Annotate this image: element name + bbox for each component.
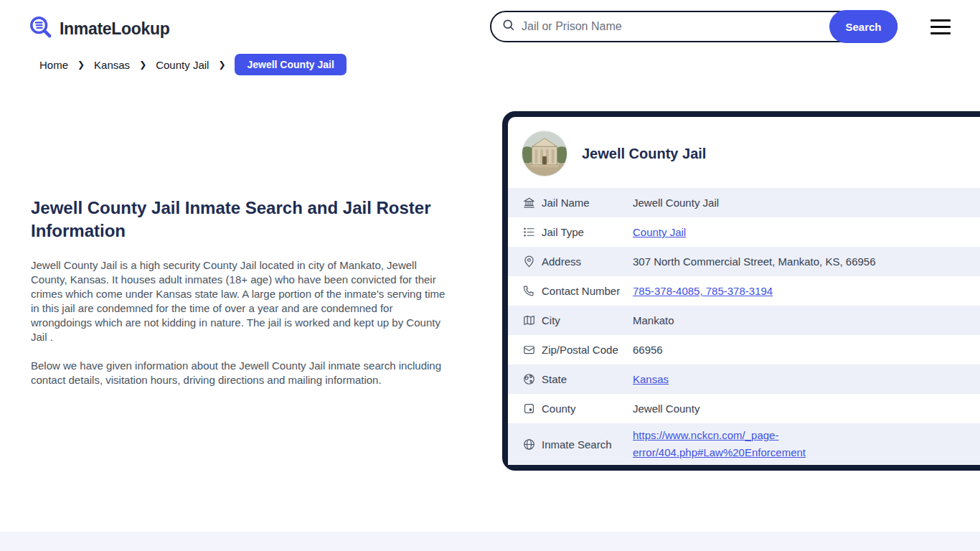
- map-icon: [522, 314, 536, 328]
- list-icon: [522, 225, 536, 240]
- brand-logo[interactable]: InmateLookup: [29, 15, 170, 42]
- article-paragraph: Jewell County Jail is a high security Co…: [31, 258, 451, 344]
- map-pin-icon: [522, 255, 536, 269]
- table-row-zip-code: Zip/Postal Code 66956: [508, 335, 980, 364]
- jail-photo-avatar: [522, 131, 567, 176]
- article-paragraph: Below we have given information about th…: [31, 359, 451, 387]
- breadcrumb-kansas[interactable]: Kansas: [94, 59, 130, 71]
- magnifier-with-lines-icon: [29, 15, 53, 42]
- bank-icon: [522, 196, 536, 210]
- row-value: Jewell County Jail: [633, 197, 719, 209]
- table-row-city: City Mankato: [508, 306, 980, 335]
- page-title: Jewell County Jail Inmate Search and Jai…: [31, 197, 440, 242]
- jail-card-title: Jewell County Jail: [582, 146, 706, 162]
- table-row-county: County Jewell County: [508, 394, 980, 423]
- row-label: Jail Name: [542, 197, 633, 209]
- table-row-address: Address 307 North Commercial Street, Man…: [508, 247, 980, 276]
- page: InmateLookup Search Home ❯ Kansas ❯ Coun…: [0, 0, 980, 551]
- mail-icon: [522, 343, 536, 357]
- hamburger-menu-icon[interactable]: [930, 19, 951, 34]
- globe-icon: [522, 437, 536, 451]
- search-icon: [501, 18, 516, 35]
- table-row-jail-name: Jail Name Jewell County Jail: [508, 188, 980, 217]
- chevron-right-icon: ❯: [139, 60, 146, 70]
- table-row-inmate-search: Inmate Search https://www.nckcn.com/_pag…: [508, 423, 980, 465]
- jail-type-link[interactable]: County Jail: [633, 226, 686, 238]
- globe-land-icon: [522, 372, 536, 387]
- row-label: County: [542, 402, 633, 415]
- breadcrumb: Home ❯ Kansas ❯ County Jail ❯ Jewell Cou…: [39, 54, 347, 75]
- chevron-right-icon: ❯: [218, 60, 225, 70]
- footer-band: [0, 532, 980, 551]
- row-value: Jewell County: [633, 402, 699, 415]
- breadcrumb-county-jail[interactable]: County Jail: [156, 59, 209, 71]
- inmate-search-link[interactable]: https://www.nckcn.com/_page-error/404.ph…: [633, 427, 848, 461]
- chevron-right-icon: ❯: [77, 60, 85, 70]
- breadcrumb-home[interactable]: Home: [39, 59, 68, 71]
- county-map-icon: [522, 402, 536, 416]
- row-value: Mankato: [633, 314, 674, 326]
- row-label: City: [542, 314, 633, 326]
- search-bar: Search: [490, 10, 897, 43]
- jail-card-header: Jewell County Jail: [508, 117, 980, 188]
- table-row-jail-type: Jail Type County Jail: [508, 217, 980, 247]
- phone-icon: [522, 284, 536, 298]
- row-label: Zip/Postal Code: [542, 344, 633, 356]
- row-label: Contact Number: [542, 285, 633, 297]
- search-input[interactable]: [522, 20, 823, 33]
- table-row-contact-number: Contact Number 785-378-4085, 785-378-319…: [508, 276, 980, 306]
- search-button[interactable]: Search: [829, 10, 897, 43]
- article: Jewell County Jail Inmate Search and Jai…: [31, 197, 451, 387]
- row-label: State: [542, 373, 633, 385]
- row-label: Inmate Search: [542, 438, 633, 451]
- jail-info-card: Jewell County Jail Jail Name Jewell Coun…: [502, 111, 980, 471]
- state-link[interactable]: Kansas: [633, 373, 669, 385]
- brand-name: InmateLookup: [60, 19, 170, 39]
- row-value: 66956: [633, 344, 663, 356]
- row-label: Address: [542, 255, 633, 268]
- row-value: 307 North Commercial Street, Mankato, KS…: [633, 255, 876, 268]
- breadcrumb-current-badge: Jewell County Jail: [235, 54, 346, 75]
- contact-number-link[interactable]: 785-378-4085, 785-378-3194: [633, 285, 773, 297]
- row-label: Jail Type: [542, 226, 633, 238]
- table-row-state: State Kansas: [508, 364, 980, 394]
